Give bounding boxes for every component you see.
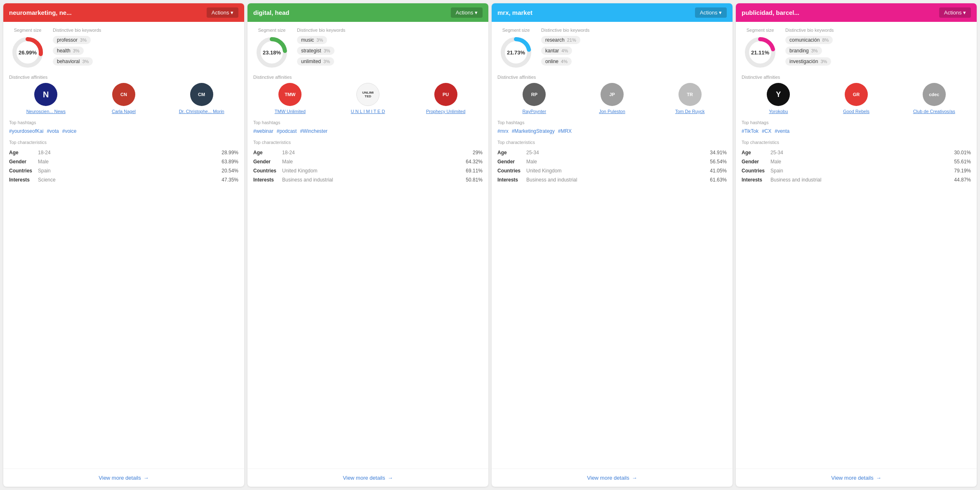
char-value: Male: [38, 159, 221, 165]
char-label: Countries: [253, 168, 282, 174]
donut-label: 26.99%: [19, 49, 37, 56]
characteristics-table: Age 18-24 28.99% Gender Male 63.89% Coun…: [9, 148, 238, 184]
characteristics-section: Top characteristics Age 18-24 28.99% Gen…: [9, 140, 238, 184]
affinity-item[interactable]: PU Prophecy Unlimited: [409, 83, 483, 114]
char-value: United Kingdom: [526, 168, 710, 174]
affinities-label: Distinctive affinities: [742, 75, 971, 80]
affinity-label[interactable]: Tom De Ruyck: [675, 108, 705, 114]
view-more-link[interactable]: View more details→: [3, 469, 244, 487]
bio-keywords-label: Distinctive bio keywords: [53, 28, 238, 33]
characteristics-table: Age 25-34 34.91% Gender Male 56.54% Coun…: [497, 148, 727, 184]
char-row: Gender Male 55.61%: [742, 157, 971, 166]
affinity-item[interactable]: CN Carla Nagel: [87, 83, 161, 114]
char-pct: 29%: [473, 150, 483, 155]
keyword-word: professor: [57, 37, 78, 43]
keyword-pct: 21%: [567, 38, 576, 42]
affinity-label[interactable]: Dr. Christophe... Morin: [179, 108, 224, 114]
keyword-badge: strategist 3%: [297, 47, 335, 55]
keyword-badge: kantar 4%: [541, 47, 572, 55]
affinity-item[interactable]: Y Yorokobu: [742, 83, 815, 114]
affinities-section: Distinctive affinities RP RayPoynter JP …: [497, 75, 727, 114]
char-value: Spain: [38, 168, 221, 174]
keyword-pct: 3%: [324, 48, 330, 53]
affinity-item[interactable]: UNLIMITED U N L I M I T E D: [331, 83, 405, 114]
hashtags-label: Top hashtags: [742, 120, 971, 125]
affinity-item[interactable]: TR Tom De Ruyck: [653, 83, 727, 114]
card-body: Segment size 21.73% Distinctive bio keyw…: [492, 22, 733, 469]
char-value: Male: [526, 159, 710, 165]
affinity-label[interactable]: TMW Unlimited: [275, 108, 306, 114]
affinity-item[interactable]: CM Dr. Christophe... Morin: [165, 83, 238, 114]
hashtags-section: Top hashtags #yourdoseofKai#vota#voice: [9, 120, 238, 134]
char-value: 25-34: [770, 150, 954, 155]
bio-keywords-section: Distinctive bio keywords comunicación 8%…: [785, 28, 971, 66]
keyword-pct: 3%: [82, 59, 89, 64]
arrow-icon: →: [144, 475, 149, 481]
affinity-label[interactable]: Good Rebels: [843, 108, 869, 114]
char-label: Interests: [497, 177, 526, 183]
affinity-item[interactable]: N Neuroscien... News: [9, 83, 83, 114]
keyword-pct: 3%: [73, 48, 80, 53]
card-digital-head: digital, head Actions ▾ Segment size 23.…: [247, 3, 488, 487]
donut-chart: 23.18%: [255, 36, 288, 69]
keyword-badge: investigación 3%: [785, 57, 831, 66]
affinity-label[interactable]: Yorokobu: [769, 108, 788, 114]
arrow-icon: →: [388, 475, 393, 481]
keyword-word: branding: [789, 48, 809, 54]
view-more-link[interactable]: View more details→: [247, 469, 488, 487]
affinity-label[interactable]: Prophecy Unlimited: [426, 108, 465, 114]
char-label: Gender: [253, 159, 282, 165]
affinity-label[interactable]: RayPoynter: [523, 108, 546, 114]
affinity-item[interactable]: GR Good Rebels: [820, 83, 893, 114]
view-more-link[interactable]: View more details→: [736, 469, 977, 487]
char-label: Age: [253, 150, 282, 155]
keyword-badge: comunicación 8%: [785, 36, 833, 44]
card-body: Segment size 26.99% Distinctive bio keyw…: [3, 22, 244, 469]
char-pct: 41.05%: [710, 168, 727, 174]
affinities-row: TMW TMW Unlimited UNLIMITED U N L I M I …: [253, 83, 483, 114]
char-value: Spain: [770, 168, 954, 174]
affinity-label[interactable]: Jon Puleston: [599, 108, 625, 114]
affinity-label[interactable]: Club de Creativos/as: [913, 108, 955, 114]
hashtag: #Winchester: [300, 128, 327, 134]
affinity-label[interactable]: U N L I M I T E D: [351, 108, 385, 114]
char-row: Age 25-34 34.91%: [497, 148, 727, 157]
view-more-link[interactable]: View more details→: [492, 469, 733, 487]
bio-keywords-section: Distinctive bio keywords music 3% strate…: [297, 28, 483, 66]
char-pct: 64.32%: [466, 159, 483, 165]
char-value: Male: [770, 159, 954, 165]
char-value: 18-24: [38, 150, 221, 155]
characteristics-section: Top characteristics Age 25-34 34.91% Gen…: [497, 140, 727, 184]
characteristics-section: Top characteristics Age 18-24 29% Gender…: [253, 140, 483, 184]
char-pct: 55.61%: [954, 159, 971, 165]
keyword-pct: 8%: [822, 38, 829, 42]
segment-size-label: Segment size: [14, 28, 42, 33]
hashtag: #CX: [762, 128, 771, 134]
keyword-word: online: [545, 59, 558, 64]
affinity-item[interactable]: RP RayPoynter: [497, 83, 571, 114]
char-value: United Kingdom: [282, 168, 466, 174]
hashtags-row: #TikTok#CX#venta: [742, 128, 971, 134]
donut-label: 23.18%: [263, 49, 281, 56]
affinity-item[interactable]: TMW TMW Unlimited: [253, 83, 327, 114]
char-row: Countries Spain 79.19%: [742, 166, 971, 175]
affinity-item[interactable]: cdec Club de Creativos/as: [897, 83, 971, 114]
actions-button[interactable]: Actions ▾: [695, 7, 727, 18]
keyword-pct: 4%: [561, 59, 568, 64]
card-mrx-market: mrx, market Actions ▾ Segment size 21.73…: [492, 3, 733, 487]
actions-button[interactable]: Actions ▾: [451, 7, 483, 18]
view-more-text: View more details: [831, 475, 873, 481]
actions-button[interactable]: Actions ▾: [207, 7, 238, 18]
keyword-badge: research 21%: [541, 36, 580, 44]
card-header: digital, head Actions ▾: [247, 3, 488, 22]
bio-keywords-list: research 21% kantar 4% online 4%: [541, 36, 727, 66]
bio-keywords-label: Distinctive bio keywords: [541, 28, 727, 33]
char-pct: 30.01%: [954, 150, 971, 155]
affinity-item[interactable]: JP Jon Puleston: [575, 83, 649, 114]
affinity-label[interactable]: Neuroscien... News: [26, 108, 66, 114]
segment-size-label: Segment size: [258, 28, 286, 33]
keyword-word: comunicación: [789, 37, 820, 43]
char-row: Gender Male 64.32%: [253, 157, 483, 166]
affinity-label[interactable]: Carla Nagel: [112, 108, 136, 114]
actions-button[interactable]: Actions ▾: [939, 7, 971, 18]
